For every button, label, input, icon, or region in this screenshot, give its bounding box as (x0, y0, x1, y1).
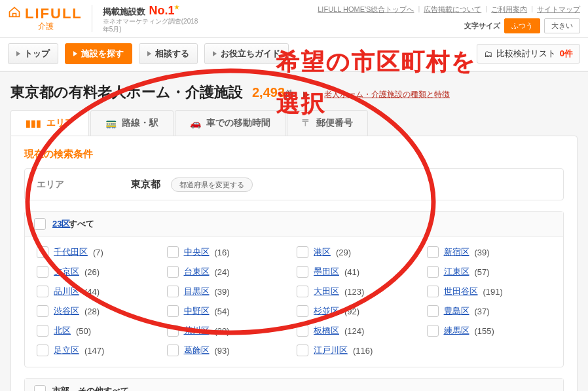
ward-link[interactable]: 豊島区 (444, 305, 469, 317)
ward-checkbox[interactable] (167, 246, 179, 258)
area-box: エリア 東京都 都道府県を変更する (24, 168, 564, 200)
tab-postal[interactable]: 〒郵便番号 (287, 110, 368, 136)
util-link-guide[interactable]: ご利用案内 (491, 5, 527, 14)
city-all-checkbox[interactable] (34, 385, 46, 391)
ward-link[interactable]: 大田区 (314, 286, 339, 297)
ward-item: 中央区(16) (167, 246, 292, 258)
ward-item: 江戸川区(116) (297, 344, 422, 356)
nav-consult[interactable]: 相談する (139, 43, 198, 64)
ward-item: 豊島区(37) (427, 305, 552, 317)
ward-checkbox[interactable] (37, 305, 48, 317)
ward-checkbox[interactable] (427, 266, 439, 278)
chevron-right-icon (147, 51, 151, 56)
ward-link[interactable]: 新宿区 (444, 246, 469, 258)
ward-all-link[interactable]: 23区 (52, 219, 70, 229)
ward-link[interactable]: 千代田区 (54, 246, 88, 258)
util-link-top[interactable]: LIFULL HOME'S総合トップへ (318, 5, 414, 14)
ward-link[interactable]: 荒川区 (184, 325, 210, 337)
ward-link[interactable]: 葛飾区 (184, 344, 210, 356)
ward-checkbox[interactable] (167, 305, 179, 317)
ward-item: 墨田区(41) (297, 266, 422, 278)
ward-item: 世田谷区(191) (427, 286, 552, 297)
ward-link[interactable]: 練馬区 (444, 325, 469, 337)
ward-item: 新宿区(39) (427, 246, 552, 258)
ward-link[interactable]: 足立区 (54, 344, 79, 356)
ward-link[interactable]: 渋谷区 (54, 305, 79, 317)
util-link-sitemap[interactable]: サイトマップ (537, 5, 580, 14)
ward-link[interactable]: 板橋区 (314, 325, 339, 337)
ward-checkbox[interactable] (427, 325, 439, 337)
brand[interactable]: LIFULL (8, 5, 83, 22)
ward-link[interactable]: 目黒区 (184, 286, 210, 297)
ward-link[interactable]: 文京区 (54, 266, 79, 278)
ward-link[interactable]: 北区 (54, 325, 71, 337)
city-group-header: 市部 その他すべて (25, 379, 563, 391)
star-icon: ★ (174, 4, 179, 10)
ward-link[interactable]: 江戸川区 (314, 344, 348, 356)
ward-link[interactable]: 世田谷区 (444, 286, 478, 297)
ward-link[interactable]: 墨田区 (314, 266, 339, 278)
tab-car[interactable]: 🚗車での移動時間 (175, 110, 285, 136)
ward-link[interactable]: 杉並区 (314, 305, 339, 317)
ward-checkbox[interactable] (427, 305, 439, 317)
ward-checkbox[interactable] (297, 266, 308, 278)
change-prefecture-button[interactable]: 都道府県を変更する (171, 177, 253, 192)
ward-link[interactable]: 中央区 (184, 246, 210, 258)
ward-checkbox[interactable] (167, 344, 179, 356)
ward-item: 港区(29) (297, 246, 422, 258)
ward-checkbox[interactable] (297, 246, 308, 258)
ward-checkbox[interactable] (37, 344, 48, 356)
ward-item: 江東区(57) (427, 266, 552, 278)
ward-grid: 千代田区(7)中央区(16)港区(29)新宿区(39)文京区(26)台東区(24… (25, 237, 563, 359)
font-size-large[interactable]: 大きい (544, 18, 580, 33)
search-tabs: ▮▮▮エリア 🚃路線・駅 🚗車での移動時間 〒郵便番号 (10, 110, 578, 136)
ward-count: (29) (336, 248, 351, 257)
ward-checkbox[interactable] (297, 325, 308, 337)
page-title: 東京都の有料老人ホーム・介護施設 (10, 83, 243, 102)
ward-count: (41) (344, 267, 359, 277)
ward-checkbox[interactable] (427, 246, 439, 258)
ward-item: 品川区(44) (37, 286, 162, 297)
ward-checkbox[interactable] (297, 344, 308, 356)
city-group: 市部 その他すべて (24, 378, 564, 391)
util-link-ads[interactable]: 広告掲載について (424, 5, 481, 14)
ward-link[interactable]: 中野区 (184, 305, 210, 317)
ward-all-checkbox[interactable] (34, 218, 46, 230)
ward-checkbox[interactable] (37, 266, 48, 278)
result-unit: 件 (285, 88, 294, 99)
compare-label: 比較検討リスト (496, 48, 556, 60)
ward-link[interactable]: 台東区 (184, 266, 210, 278)
tab-line[interactable]: 🚃路線・駅 (90, 110, 174, 136)
ward-item: 千代田区(7) (37, 246, 162, 258)
ward-checkbox[interactable] (167, 286, 179, 297)
ward-checkbox[interactable] (167, 325, 179, 337)
ward-link[interactable]: 港区 (314, 246, 331, 258)
ward-count: (93) (215, 346, 230, 356)
ward-checkbox[interactable] (297, 305, 308, 317)
ward-link[interactable]: 江東区 (444, 266, 469, 278)
ward-checkbox[interactable] (37, 325, 48, 337)
nav-top[interactable]: トップ (8, 43, 58, 64)
compare-list-button[interactable]: 🗂 比較検討リスト 0件 (477, 44, 580, 64)
ward-checkbox[interactable] (37, 286, 48, 297)
ward-item: 荒川区(30) (167, 325, 292, 337)
nav-search-facilities[interactable]: 施設を探す (65, 43, 132, 64)
ward-checkbox[interactable] (427, 286, 439, 297)
ward-item: 文京区(26) (37, 266, 162, 278)
nav-guide[interactable]: お役立ちガイド (204, 43, 289, 64)
ward-count: (39) (215, 287, 230, 297)
ward-item: 杉並区(92) (297, 305, 422, 317)
compare-count: 0件 (560, 48, 573, 60)
ward-checkbox[interactable] (37, 246, 48, 258)
ward-link[interactable]: 品川区 (54, 286, 79, 297)
main-content: 東京都の有料老人ホーム・介護施設 2,493件 ▶ 老人ホーム・介護施設の種類と… (0, 72, 588, 391)
ward-count: (16) (215, 248, 230, 257)
font-size-normal[interactable]: ふつう (504, 18, 540, 33)
brand-subtext: 介護 (38, 21, 83, 32)
facility-types-link[interactable]: 老人ホーム・介護施設の種類と特徴 (324, 89, 450, 100)
ward-all-tail: すべて (69, 219, 94, 229)
signal-icon: ▮▮▮ (26, 118, 41, 128)
ward-checkbox[interactable] (167, 266, 179, 278)
ward-checkbox[interactable] (297, 286, 308, 297)
tab-area[interactable]: ▮▮▮エリア (10, 110, 89, 136)
